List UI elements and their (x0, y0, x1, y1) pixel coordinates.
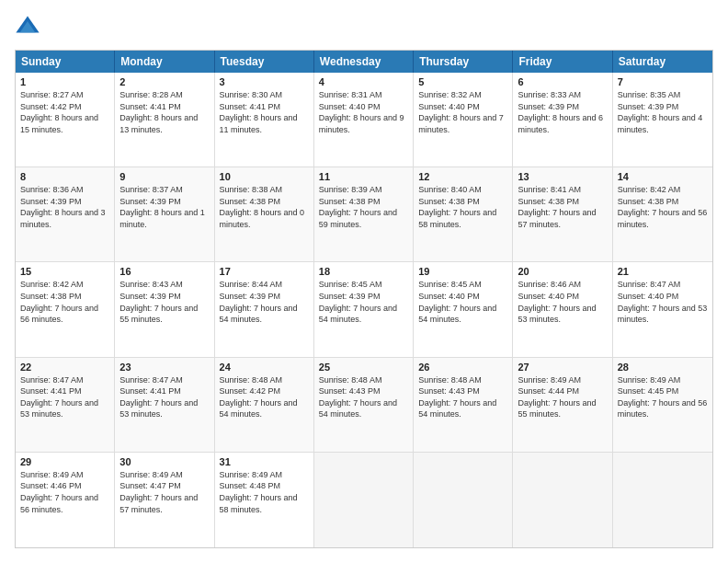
day-number: 13 (518, 171, 607, 182)
day-number: 23 (119, 362, 209, 373)
day-info: Sunrise: 8:44 AMSunset: 4:39 PMDaylight:… (220, 279, 309, 325)
calendar-row: 8Sunrise: 8:36 AMSunset: 4:39 PMDaylight… (16, 167, 712, 262)
calendar-cell: 18Sunrise: 8:45 AMSunset: 4:39 PMDayligh… (314, 262, 414, 356)
header-day-saturday: Saturday (613, 51, 712, 73)
day-info: Sunrise: 8:39 AMSunset: 4:38 PMDaylight:… (319, 184, 408, 230)
day-info: Sunrise: 8:47 AMSunset: 4:41 PMDaylight:… (20, 374, 109, 420)
calendar: SundayMondayTuesdayWednesdayThursdayFrid… (15, 50, 713, 548)
day-number: 15 (20, 266, 109, 277)
day-info: Sunrise: 8:49 AMSunset: 4:44 PMDaylight:… (518, 374, 607, 420)
day-info: Sunrise: 8:46 AMSunset: 4:40 PMDaylight:… (518, 279, 607, 325)
day-info: Sunrise: 8:48 AMSunset: 4:43 PMDaylight:… (319, 374, 408, 420)
day-info: Sunrise: 8:45 AMSunset: 4:39 PMDaylight:… (319, 279, 408, 325)
day-number: 4 (319, 76, 408, 87)
calendar-row: 1Sunrise: 8:27 AMSunset: 4:42 PMDaylight… (16, 73, 712, 167)
day-info: Sunrise: 8:28 AMSunset: 4:41 PMDaylight:… (119, 89, 209, 135)
calendar-cell: 24Sunrise: 8:48 AMSunset: 4:42 PMDayligh… (215, 358, 314, 452)
calendar-cell: 14Sunrise: 8:42 AMSunset: 4:38 PMDayligh… (613, 167, 712, 261)
day-info: Sunrise: 8:49 AMSunset: 4:48 PMDaylight:… (220, 469, 309, 515)
day-info: Sunrise: 8:42 AMSunset: 4:38 PMDaylight:… (618, 184, 708, 230)
calendar-cell: 25Sunrise: 8:48 AMSunset: 4:43 PMDayligh… (314, 358, 414, 452)
day-info: Sunrise: 8:43 AMSunset: 4:39 PMDaylight:… (119, 279, 209, 325)
calendar-cell: 10Sunrise: 8:38 AMSunset: 4:38 PMDayligh… (215, 167, 314, 261)
day-number: 19 (418, 266, 507, 277)
day-number: 31 (220, 456, 309, 467)
day-number: 5 (418, 76, 507, 87)
day-info: Sunrise: 8:35 AMSunset: 4:39 PMDaylight:… (618, 89, 708, 135)
calendar-cell: 31Sunrise: 8:49 AMSunset: 4:48 PMDayligh… (215, 453, 314, 547)
day-info: Sunrise: 8:49 AMSunset: 4:47 PMDaylight:… (119, 469, 209, 515)
day-info: Sunrise: 8:40 AMSunset: 4:38 PMDaylight:… (418, 184, 507, 230)
calendar-body: 1Sunrise: 8:27 AMSunset: 4:42 PMDaylight… (16, 73, 712, 547)
day-number: 26 (418, 362, 507, 373)
day-number: 6 (518, 76, 607, 87)
day-info: Sunrise: 8:41 AMSunset: 4:38 PMDaylight:… (518, 184, 607, 230)
day-number: 21 (618, 266, 708, 277)
calendar-cell: 19Sunrise: 8:45 AMSunset: 4:40 PMDayligh… (414, 262, 513, 356)
calendar-cell: 22Sunrise: 8:47 AMSunset: 4:41 PMDayligh… (16, 358, 115, 452)
day-number: 30 (119, 456, 209, 467)
day-number: 20 (518, 266, 607, 277)
calendar-cell (414, 453, 513, 547)
day-number: 9 (119, 171, 209, 182)
day-info: Sunrise: 8:48 AMSunset: 4:42 PMDaylight:… (220, 374, 309, 420)
day-info: Sunrise: 8:45 AMSunset: 4:40 PMDaylight:… (418, 279, 507, 325)
day-info: Sunrise: 8:49 AMSunset: 4:46 PMDaylight:… (20, 469, 109, 515)
header-day-thursday: Thursday (414, 51, 513, 73)
logo (15, 15, 44, 40)
calendar-row: 15Sunrise: 8:42 AMSunset: 4:38 PMDayligh… (16, 262, 712, 357)
calendar-cell: 5Sunrise: 8:32 AMSunset: 4:40 PMDaylight… (414, 73, 513, 167)
calendar-cell (314, 453, 414, 547)
header-day-monday: Monday (115, 51, 214, 73)
calendar-cell: 20Sunrise: 8:46 AMSunset: 4:40 PMDayligh… (513, 262, 612, 356)
calendar-cell: 16Sunrise: 8:43 AMSunset: 4:39 PMDayligh… (115, 262, 214, 356)
day-info: Sunrise: 8:31 AMSunset: 4:40 PMDaylight:… (319, 89, 408, 135)
calendar-cell: 28Sunrise: 8:49 AMSunset: 4:45 PMDayligh… (613, 358, 712, 452)
day-info: Sunrise: 8:27 AMSunset: 4:42 PMDaylight:… (20, 89, 109, 135)
day-number: 14 (618, 171, 708, 182)
calendar-cell: 17Sunrise: 8:44 AMSunset: 4:39 PMDayligh… (215, 262, 314, 356)
day-info: Sunrise: 8:49 AMSunset: 4:45 PMDaylight:… (618, 374, 708, 420)
calendar-cell: 7Sunrise: 8:35 AMSunset: 4:39 PMDaylight… (613, 73, 712, 167)
day-number: 2 (119, 76, 209, 87)
day-number: 27 (518, 362, 607, 373)
day-info: Sunrise: 8:47 AMSunset: 4:40 PMDaylight:… (618, 279, 708, 325)
header (15, 15, 713, 40)
calendar-cell: 12Sunrise: 8:40 AMSunset: 4:38 PMDayligh… (414, 167, 513, 261)
calendar-cell: 26Sunrise: 8:48 AMSunset: 4:43 PMDayligh… (414, 358, 513, 452)
calendar-row: 29Sunrise: 8:49 AMSunset: 4:46 PMDayligh… (16, 453, 712, 547)
page: SundayMondayTuesdayWednesdayThursdayFrid… (0, 0, 728, 563)
calendar-row: 22Sunrise: 8:47 AMSunset: 4:41 PMDayligh… (16, 358, 712, 453)
calendar-cell: 13Sunrise: 8:41 AMSunset: 4:38 PMDayligh… (513, 167, 612, 261)
day-info: Sunrise: 8:30 AMSunset: 4:41 PMDaylight:… (220, 89, 309, 135)
day-number: 28 (618, 362, 708, 373)
day-number: 18 (319, 266, 408, 277)
calendar-cell: 3Sunrise: 8:30 AMSunset: 4:41 PMDaylight… (215, 73, 314, 167)
day-number: 7 (618, 76, 708, 87)
day-info: Sunrise: 8:48 AMSunset: 4:43 PMDaylight:… (418, 374, 507, 420)
day-number: 11 (319, 171, 408, 182)
calendar-cell: 6Sunrise: 8:33 AMSunset: 4:39 PMDaylight… (513, 73, 612, 167)
day-number: 24 (220, 362, 309, 373)
calendar-cell: 23Sunrise: 8:47 AMSunset: 4:41 PMDayligh… (115, 358, 214, 452)
calendar-cell: 8Sunrise: 8:36 AMSunset: 4:39 PMDaylight… (16, 167, 115, 261)
calendar-cell: 11Sunrise: 8:39 AMSunset: 4:38 PMDayligh… (314, 167, 414, 261)
header-day-wednesday: Wednesday (314, 51, 414, 73)
day-info: Sunrise: 8:47 AMSunset: 4:41 PMDaylight:… (119, 374, 209, 420)
day-number: 12 (418, 171, 507, 182)
day-number: 16 (119, 266, 209, 277)
day-number: 8 (20, 171, 109, 182)
calendar-cell: 15Sunrise: 8:42 AMSunset: 4:38 PMDayligh… (16, 262, 115, 356)
header-day-sunday: Sunday (16, 51, 115, 73)
day-number: 22 (20, 362, 109, 373)
calendar-cell: 9Sunrise: 8:37 AMSunset: 4:39 PMDaylight… (115, 167, 214, 261)
day-info: Sunrise: 8:33 AMSunset: 4:39 PMDaylight:… (518, 89, 607, 135)
calendar-cell (613, 453, 712, 547)
day-info: Sunrise: 8:32 AMSunset: 4:40 PMDaylight:… (418, 89, 507, 135)
day-number: 25 (319, 362, 408, 373)
header-day-friday: Friday (513, 51, 612, 73)
calendar-cell: 2Sunrise: 8:28 AMSunset: 4:41 PMDaylight… (115, 73, 214, 167)
calendar-cell: 30Sunrise: 8:49 AMSunset: 4:47 PMDayligh… (115, 453, 214, 547)
calendar-cell: 1Sunrise: 8:27 AMSunset: 4:42 PMDaylight… (16, 73, 115, 167)
day-number: 1 (20, 76, 109, 87)
